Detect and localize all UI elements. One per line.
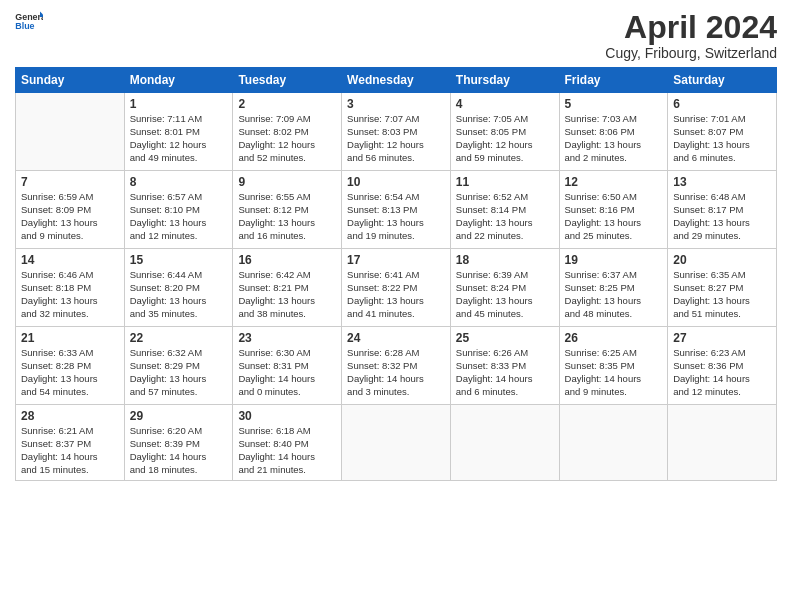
cell-info: Sunrise: 6:33 AMSunset: 8:28 PMDaylight:… <box>21 347 119 398</box>
cell-info: Sunrise: 6:54 AMSunset: 8:13 PMDaylight:… <box>347 191 445 242</box>
calendar-week-2: 14Sunrise: 6:46 AMSunset: 8:18 PMDayligh… <box>16 249 777 327</box>
calendar-cell: 14Sunrise: 6:46 AMSunset: 8:18 PMDayligh… <box>16 249 125 327</box>
calendar-cell: 27Sunrise: 6:23 AMSunset: 8:36 PMDayligh… <box>668 327 777 405</box>
cell-info: Sunrise: 6:32 AMSunset: 8:29 PMDaylight:… <box>130 347 228 398</box>
cell-info: Sunrise: 6:30 AMSunset: 8:31 PMDaylight:… <box>238 347 336 398</box>
day-number: 27 <box>673 331 771 345</box>
cell-info: Sunrise: 7:11 AMSunset: 8:01 PMDaylight:… <box>130 113 228 164</box>
cell-info: Sunrise: 7:05 AMSunset: 8:05 PMDaylight:… <box>456 113 554 164</box>
cell-info: Sunrise: 7:01 AMSunset: 8:07 PMDaylight:… <box>673 113 771 164</box>
calendar-week-0: 1Sunrise: 7:11 AMSunset: 8:01 PMDaylight… <box>16 93 777 171</box>
title-block: April 2024 Cugy, Fribourg, Switzerland <box>605 10 777 61</box>
calendar-cell: 11Sunrise: 6:52 AMSunset: 8:14 PMDayligh… <box>450 171 559 249</box>
cell-info: Sunrise: 6:42 AMSunset: 8:21 PMDaylight:… <box>238 269 336 320</box>
calendar-cell: 3Sunrise: 7:07 AMSunset: 8:03 PMDaylight… <box>342 93 451 171</box>
calendar-cell: 20Sunrise: 6:35 AMSunset: 8:27 PMDayligh… <box>668 249 777 327</box>
col-friday: Friday <box>559 68 668 93</box>
day-number: 5 <box>565 97 663 111</box>
cell-info: Sunrise: 7:07 AMSunset: 8:03 PMDaylight:… <box>347 113 445 164</box>
day-number: 11 <box>456 175 554 189</box>
day-number: 13 <box>673 175 771 189</box>
cell-info: Sunrise: 6:48 AMSunset: 8:17 PMDaylight:… <box>673 191 771 242</box>
cell-info: Sunrise: 6:25 AMSunset: 8:35 PMDaylight:… <box>565 347 663 398</box>
calendar-cell <box>450 405 559 481</box>
calendar-week-3: 21Sunrise: 6:33 AMSunset: 8:28 PMDayligh… <box>16 327 777 405</box>
calendar-cell <box>668 405 777 481</box>
calendar-cell: 4Sunrise: 7:05 AMSunset: 8:05 PMDaylight… <box>450 93 559 171</box>
day-number: 18 <box>456 253 554 267</box>
calendar-cell: 15Sunrise: 6:44 AMSunset: 8:20 PMDayligh… <box>124 249 233 327</box>
cell-info: Sunrise: 6:55 AMSunset: 8:12 PMDaylight:… <box>238 191 336 242</box>
col-monday: Monday <box>124 68 233 93</box>
day-number: 20 <box>673 253 771 267</box>
day-number: 17 <box>347 253 445 267</box>
calendar-cell: 7Sunrise: 6:59 AMSunset: 8:09 PMDaylight… <box>16 171 125 249</box>
calendar-cell <box>342 405 451 481</box>
cell-info: Sunrise: 6:46 AMSunset: 8:18 PMDaylight:… <box>21 269 119 320</box>
main-container: General Blue April 2024 Cugy, Fribourg, … <box>0 0 792 491</box>
cell-info: Sunrise: 6:26 AMSunset: 8:33 PMDaylight:… <box>456 347 554 398</box>
calendar-cell: 19Sunrise: 6:37 AMSunset: 8:25 PMDayligh… <box>559 249 668 327</box>
col-saturday: Saturday <box>668 68 777 93</box>
cell-info: Sunrise: 6:39 AMSunset: 8:24 PMDaylight:… <box>456 269 554 320</box>
day-number: 9 <box>238 175 336 189</box>
day-number: 3 <box>347 97 445 111</box>
day-number: 10 <box>347 175 445 189</box>
cell-info: Sunrise: 6:20 AMSunset: 8:39 PMDaylight:… <box>130 425 228 476</box>
cell-info: Sunrise: 6:57 AMSunset: 8:10 PMDaylight:… <box>130 191 228 242</box>
cell-info: Sunrise: 6:23 AMSunset: 8:36 PMDaylight:… <box>673 347 771 398</box>
calendar-cell: 5Sunrise: 7:03 AMSunset: 8:06 PMDaylight… <box>559 93 668 171</box>
svg-text:Blue: Blue <box>15 21 34 31</box>
calendar-week-1: 7Sunrise: 6:59 AMSunset: 8:09 PMDaylight… <box>16 171 777 249</box>
calendar-cell: 1Sunrise: 7:11 AMSunset: 8:01 PMDaylight… <box>124 93 233 171</box>
day-number: 21 <box>21 331 119 345</box>
cell-info: Sunrise: 6:18 AMSunset: 8:40 PMDaylight:… <box>238 425 336 476</box>
calendar-cell: 21Sunrise: 6:33 AMSunset: 8:28 PMDayligh… <box>16 327 125 405</box>
calendar-table: Sunday Monday Tuesday Wednesday Thursday… <box>15 67 777 481</box>
calendar-cell: 26Sunrise: 6:25 AMSunset: 8:35 PMDayligh… <box>559 327 668 405</box>
cell-info: Sunrise: 6:41 AMSunset: 8:22 PMDaylight:… <box>347 269 445 320</box>
cell-info: Sunrise: 6:50 AMSunset: 8:16 PMDaylight:… <box>565 191 663 242</box>
col-wednesday: Wednesday <box>342 68 451 93</box>
calendar-cell: 25Sunrise: 6:26 AMSunset: 8:33 PMDayligh… <box>450 327 559 405</box>
calendar-cell: 17Sunrise: 6:41 AMSunset: 8:22 PMDayligh… <box>342 249 451 327</box>
day-number: 19 <box>565 253 663 267</box>
calendar-cell: 30Sunrise: 6:18 AMSunset: 8:40 PMDayligh… <box>233 405 342 481</box>
day-number: 4 <box>456 97 554 111</box>
day-number: 16 <box>238 253 336 267</box>
day-number: 14 <box>21 253 119 267</box>
header: General Blue April 2024 Cugy, Fribourg, … <box>15 10 777 61</box>
calendar-cell: 28Sunrise: 6:21 AMSunset: 8:37 PMDayligh… <box>16 405 125 481</box>
cell-info: Sunrise: 6:35 AMSunset: 8:27 PMDaylight:… <box>673 269 771 320</box>
day-number: 15 <box>130 253 228 267</box>
cell-info: Sunrise: 6:59 AMSunset: 8:09 PMDaylight:… <box>21 191 119 242</box>
cell-info: Sunrise: 7:09 AMSunset: 8:02 PMDaylight:… <box>238 113 336 164</box>
cell-info: Sunrise: 6:44 AMSunset: 8:20 PMDaylight:… <box>130 269 228 320</box>
calendar-cell <box>16 93 125 171</box>
day-number: 8 <box>130 175 228 189</box>
calendar-cell: 22Sunrise: 6:32 AMSunset: 8:29 PMDayligh… <box>124 327 233 405</box>
calendar-cell: 8Sunrise: 6:57 AMSunset: 8:10 PMDaylight… <box>124 171 233 249</box>
calendar-week-4: 28Sunrise: 6:21 AMSunset: 8:37 PMDayligh… <box>16 405 777 481</box>
calendar-cell: 6Sunrise: 7:01 AMSunset: 8:07 PMDaylight… <box>668 93 777 171</box>
calendar-cell <box>559 405 668 481</box>
col-thursday: Thursday <box>450 68 559 93</box>
day-number: 22 <box>130 331 228 345</box>
col-tuesday: Tuesday <box>233 68 342 93</box>
day-number: 24 <box>347 331 445 345</box>
day-number: 7 <box>21 175 119 189</box>
day-number: 26 <box>565 331 663 345</box>
day-number: 1 <box>130 97 228 111</box>
day-number: 28 <box>21 409 119 423</box>
cell-info: Sunrise: 6:52 AMSunset: 8:14 PMDaylight:… <box>456 191 554 242</box>
day-number: 2 <box>238 97 336 111</box>
day-number: 25 <box>456 331 554 345</box>
calendar-cell: 12Sunrise: 6:50 AMSunset: 8:16 PMDayligh… <box>559 171 668 249</box>
cell-info: Sunrise: 6:37 AMSunset: 8:25 PMDaylight:… <box>565 269 663 320</box>
month-title: April 2024 <box>605 10 777 45</box>
header-row: Sunday Monday Tuesday Wednesday Thursday… <box>16 68 777 93</box>
calendar-cell: 16Sunrise: 6:42 AMSunset: 8:21 PMDayligh… <box>233 249 342 327</box>
day-number: 6 <box>673 97 771 111</box>
calendar-cell: 9Sunrise: 6:55 AMSunset: 8:12 PMDaylight… <box>233 171 342 249</box>
cell-info: Sunrise: 7:03 AMSunset: 8:06 PMDaylight:… <box>565 113 663 164</box>
